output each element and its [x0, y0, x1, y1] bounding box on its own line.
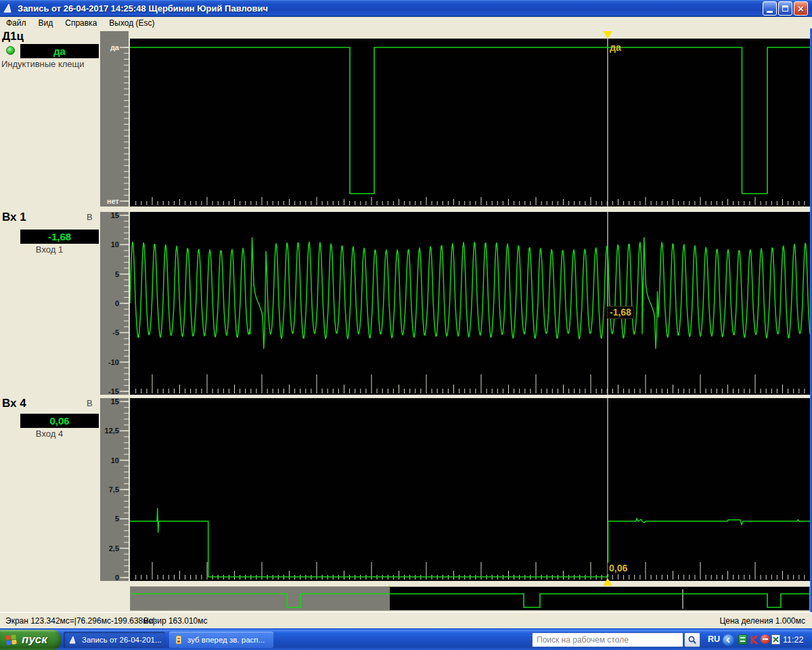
menu-exit[interactable]: Выход (Esc) [103, 17, 160, 29]
status-division-value: Цена деления 1.000мс [719, 616, 805, 626]
menu-file[interactable]: Файл [0, 17, 32, 29]
tray-antivirus-icon[interactable] [750, 634, 759, 645]
cursor-value-vx4: 0,06 [608, 563, 629, 574]
channel1-axis: 151050-5-10-15 [100, 212, 129, 395]
taskbar: пуск Запись от 26-04-201... зуб вперед з… [0, 630, 812, 650]
menubar: Файл Вид Справка Выход (Esc) [0, 17, 812, 29]
restore-button[interactable] [778, 1, 792, 16]
search-input[interactable] [533, 635, 683, 645]
axis-label: 15 [111, 397, 119, 406]
screen: Запись от 26-04-2017 14:25:48 Щербинин Ю… [0, 0, 812, 650]
window-controls: × [761, 1, 808, 16]
search-button[interactable] [684, 632, 700, 647]
channel1-name: Вход 1 [0, 244, 99, 255]
channel1-value: -1,68 [20, 230, 99, 244]
axis-label: 0 [115, 573, 119, 582]
taskbar-clock[interactable]: 11:22 [783, 635, 803, 645]
windows-flag-icon [5, 633, 18, 647]
channel2-unit: В [87, 398, 97, 408]
menu-view[interactable]: Вид [32, 17, 60, 29]
tray-collapse-chevron-icon[interactable] [723, 634, 734, 646]
cursor-value-vx1: -1,68 [607, 306, 634, 319]
channel0-axis: данет [100, 31, 129, 207]
overview-strip[interactable] [130, 586, 810, 611]
statusbar: Экран 123.342мс=|76.296мс-199.638мс| Виз… [0, 612, 812, 628]
channel0-id: Д1ц [2, 30, 24, 43]
status-screen-range: Экран 123.342мс=|76.296мс-199.638мс| [5, 616, 155, 626]
app-logo-icon [3, 3, 14, 14]
plot-d1ts[interactable] [130, 39, 810, 207]
axis-label: 0 [115, 299, 119, 308]
minimize-button[interactable] [763, 1, 777, 16]
file-app-icon [173, 634, 184, 645]
search-icon [687, 635, 697, 645]
channel1-unit: В [87, 212, 97, 222]
axis-label: да [110, 43, 119, 52]
axis-label: -5 [112, 328, 119, 337]
axis-label: 10 [111, 456, 119, 465]
cursor-value-d1ts: да [610, 42, 621, 53]
tray-spreadsheet-icon[interactable] [771, 634, 780, 645]
tray-blocked-icon[interactable] [761, 634, 770, 644]
axis-label: 10 [111, 240, 119, 249]
channel0-led-icon [6, 46, 15, 55]
cursor-handle-bottom-icon[interactable] [603, 578, 612, 586]
start-button[interactable]: пуск [0, 630, 61, 650]
axis-label: 2,5 [109, 544, 119, 553]
channel0-name: Индуктивные клещи [1, 59, 103, 69]
taskbar-task-file[interactable]: зуб вперед зв. расп... [169, 632, 273, 648]
desktop-search-box [532, 632, 683, 647]
channel1-id: Вх 1 [2, 211, 26, 224]
titlebar[interactable]: Запись от 26-04-2017 14:25:48 Щербинин Ю… [0, 0, 812, 17]
axis-label: -10 [108, 358, 119, 367]
channel0-value: да [20, 44, 99, 58]
axis-label: 12,5 [105, 426, 119, 435]
plot-vx4[interactable] [130, 398, 810, 581]
channel2-name: Вход 4 [0, 429, 99, 439]
channel2-value: 0,06 [20, 414, 99, 428]
start-label: пуск [22, 633, 47, 647]
menu-help[interactable]: Справка [59, 17, 103, 29]
task-label: зуб вперед зв. расп... [187, 636, 265, 644]
restore-icon [782, 5, 788, 12]
tray-card-icon[interactable] [738, 634, 747, 645]
axis-label: 7,5 [109, 485, 119, 494]
channel2-id: Вх 4 [2, 397, 26, 410]
close-button[interactable]: × [794, 1, 808, 16]
cursor-handle-top-icon[interactable] [603, 31, 612, 39]
axis-label: 5 [115, 514, 119, 523]
minimize-icon [767, 11, 773, 13]
channel2-axis: 1512,5107,552,50 [100, 398, 129, 581]
record-app-icon [68, 634, 78, 645]
axis-label: -15 [108, 387, 119, 396]
axis-label: 5 [115, 269, 119, 279]
axis-label: нет [107, 196, 119, 206]
language-indicator[interactable]: RU [708, 634, 720, 644]
status-cursor-time: Визир 163.010мс [143, 616, 208, 626]
window-title: Запись от 26-04-2017 14:25:48 Щербинин Ю… [18, 3, 761, 14]
axis-label: 15 [111, 211, 119, 220]
taskbar-task-record[interactable]: Запись от 26-04-201... [64, 632, 165, 648]
plot-vx1[interactable] [130, 212, 810, 395]
task-label: Запись от 26-04-201... [82, 636, 162, 644]
